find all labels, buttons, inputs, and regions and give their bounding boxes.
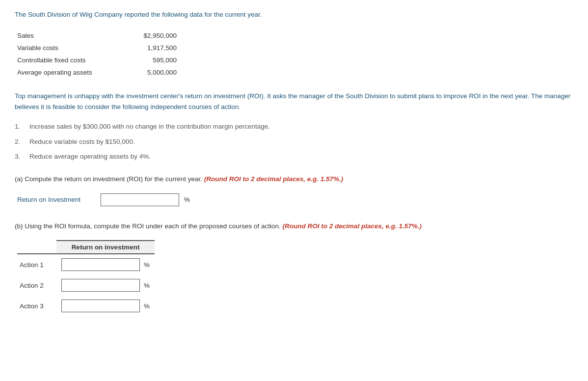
list-item: 3. Reduce average operating assets by 4%… [15, 152, 573, 162]
label-variable-costs: Variable costs [15, 42, 123, 54]
item-num-1: 1. [15, 122, 29, 132]
paragraph-text: Top management is unhappy with the inves… [15, 91, 573, 112]
item-num-3: 3. [15, 152, 29, 162]
section-b-heading: (b) Using the ROI formula, compute the R… [15, 221, 573, 232]
item-num-2: 2. [15, 137, 29, 147]
percent-sign-a: % [184, 196, 190, 203]
action-row-3: Action 3 % [17, 296, 155, 316]
label-controllable-fixed: Controllable fixed costs [15, 54, 123, 66]
action-2-label: Action 2 [17, 275, 56, 296]
section-a-input-row: Return on Investment % [15, 193, 573, 206]
actions-list: 1. Increase sales by $300,000 with no ch… [15, 122, 573, 162]
percent-sign-1: % [144, 261, 150, 269]
action-row-2: Action 2 % [17, 275, 155, 296]
action-table-empty-header [17, 241, 56, 254]
roi-input[interactable] [101, 193, 179, 206]
action-1-input[interactable] [61, 258, 140, 271]
action-3-input-cell: % [56, 296, 155, 316]
action-table-header-roi: Return on investment [56, 241, 155, 254]
section-a-question: (a) Compute the return on investment (RO… [15, 174, 573, 185]
label-avg-operating-assets: Average operating assets [15, 66, 123, 79]
list-item: 2. Reduce variable costs by $150,000. [15, 137, 573, 147]
value-variable-costs: 1,917,500 [123, 42, 182, 54]
action-1-input-cell: % [56, 254, 155, 275]
section-a-question-text: (a) Compute the return on investment (RO… [15, 175, 202, 183]
action-row-1: Action 1 % [17, 254, 155, 275]
data-table: Sales $2,950,000 Variable costs 1,917,50… [15, 29, 182, 79]
value-controllable-fixed: 595,000 [123, 54, 182, 66]
table-row: Sales $2,950,000 [15, 29, 182, 42]
action-2-input[interactable] [61, 279, 140, 292]
section-b-round-note: (Round ROI to 2 decimal places, e.g. 1.5… [283, 222, 422, 230]
percent-sign-2: % [144, 282, 150, 289]
roi-label: Return on Investment [17, 196, 96, 203]
action-3-input[interactable] [61, 299, 140, 312]
value-sales: $2,950,000 [123, 29, 182, 42]
table-row: Controllable fixed costs 595,000 [15, 54, 182, 66]
table-row: Average operating assets 5,000,000 [15, 66, 182, 79]
item-text-2: Reduce variable costs by $150,000. [29, 137, 135, 147]
list-item: 1. Increase sales by $300,000 with no ch… [15, 122, 573, 132]
action-3-label: Action 3 [17, 296, 56, 316]
intro-text: The South Division of Wiig Company repor… [15, 10, 573, 20]
label-sales: Sales [15, 29, 123, 42]
value-avg-operating-assets: 5,000,000 [123, 66, 182, 79]
section-a-round-note: (Round ROI to 2 decimal places, e.g. 1.5… [204, 175, 344, 183]
table-row: Variable costs 1,917,500 [15, 42, 182, 54]
section-b-question-text: (b) Using the ROI formula, compute the R… [15, 222, 281, 230]
action-1-label: Action 1 [17, 254, 56, 275]
percent-sign-3: % [144, 302, 150, 310]
action-2-input-cell: % [56, 275, 155, 296]
item-text-3: Reduce average operating assets by 4%. [29, 152, 151, 162]
action-table: Return on investment Action 1 % Action 2… [17, 240, 155, 316]
item-text-1: Increase sales by $300,000 with no chang… [29, 122, 270, 132]
